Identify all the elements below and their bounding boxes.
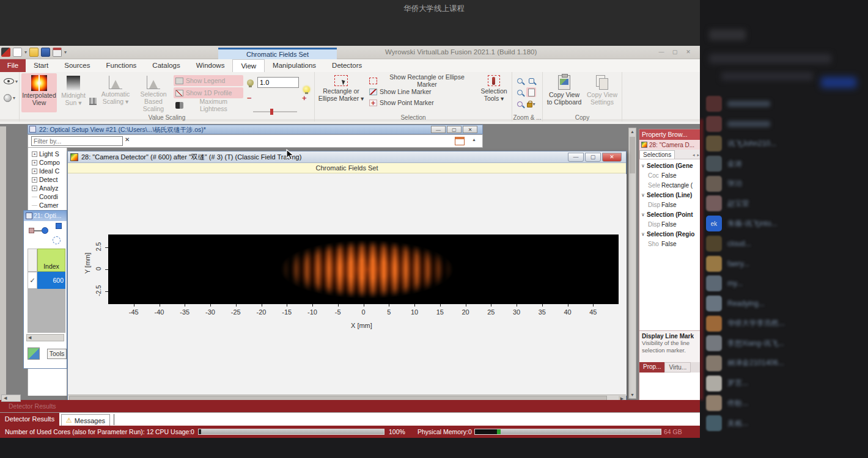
tree-item-compo[interactable]: +Compo [28, 158, 67, 167]
mini-chart-icon[interactable] [89, 98, 97, 105]
element-node-icon[interactable] [42, 227, 48, 234]
property-row[interactable]: SeleRectangle ( [639, 180, 701, 190]
open-file-icon[interactable] [29, 48, 39, 57]
participant-row[interactable]: 罗言... [706, 376, 864, 391]
expand-icon[interactable]: + [32, 177, 37, 183]
automatic-scaling-button[interactable]: Automatic Scaling ▾ [98, 73, 133, 112]
scroll-up-icon[interactable]: ▲ [472, 137, 476, 142]
collapse-icon[interactable]: ∨ [639, 163, 647, 169]
expand-icon[interactable]: + [32, 160, 37, 165]
window-manager-icon[interactable] [53, 48, 62, 57]
app-titlebar[interactable]: ▾ ▾ Wyrowski VirtualLab Fusion 2021.1 (B… [0, 46, 700, 59]
tools-button[interactable]: Tools [47, 349, 67, 359]
participant-row[interactable]: faery... [706, 256, 864, 272]
zoom-all-icon[interactable] [515, 99, 524, 109]
detector-results-panel-bar[interactable]: Detector Results [0, 400, 700, 412]
expand-icon[interactable]: + [32, 186, 37, 191]
tree-item-light-s[interactable]: +Light S [28, 150, 67, 158]
maximum-lightness-button[interactable]: Maximum Lightness [174, 100, 243, 111]
vscroll-thumb[interactable] [630, 137, 635, 173]
participant-row[interactable]: 李想Xiang-讯飞... [706, 335, 864, 351]
w22-minimize-button[interactable]: — [431, 126, 446, 133]
participant-row[interactable]: 佟盼... [706, 395, 864, 411]
mdi-vscrollbar[interactable]: ▲ ▼ [628, 128, 636, 399]
optical-setup-editor-window[interactable]: 21: Opti... Index ✓ 600 ◀ Tools [23, 210, 67, 369]
brightness-plus[interactable]: + [302, 95, 307, 101]
table-row[interactable]: ✓ 600 [28, 272, 65, 289]
zoom-region-icon[interactable] [526, 76, 536, 85]
show-1d-profile-button[interactable]: Show 1D Profile [174, 87, 243, 98]
qat-customize-icon[interactable]: ▾ [64, 49, 67, 55]
w21-hscrollbar[interactable]: ◀ [26, 334, 64, 341]
tab-windows[interactable]: Windows [188, 59, 233, 72]
tab-catalogs[interactable]: Catalogs [144, 59, 188, 72]
grayscale-sphere-button[interactable]: ▾ [4, 94, 15, 102]
tree-item-ideal-c[interactable]: +Ideal C [28, 167, 67, 175]
tab-virtual[interactable]: Virtu... [664, 362, 691, 373]
tab-prev-icon[interactable]: ◂ [691, 153, 696, 158]
detector-node-icon[interactable] [56, 223, 62, 229]
tree-item-coordi[interactable]: —Coordi [28, 192, 67, 201]
tab-selections[interactable]: Selections [639, 150, 675, 159]
participant-row[interactable]: my... [706, 275, 864, 291]
property-browser-title[interactable]: Property Brow... [639, 129, 701, 140]
selection-based-scaling-button[interactable]: Selection Based Scaling [134, 73, 172, 112]
dim-bulb-icon[interactable] [247, 79, 254, 86]
property-row[interactable]: DispFalse [639, 200, 701, 209]
close-button[interactable]: ✕ [682, 48, 694, 57]
participant-row[interactable]: 讯飞John210... [706, 136, 864, 151]
midnight-sun-button[interactable]: Midnight Sun ▾ [59, 73, 88, 112]
property-row[interactable]: DispFalse [639, 219, 701, 229]
collapse-icon[interactable]: ∨ [639, 192, 647, 198]
tree-item-detect[interactable]: +Detect [28, 175, 67, 184]
participant-row[interactable] [706, 116, 864, 132]
3d-view-icon[interactable] [28, 347, 40, 360]
copy-view-clipboard-button[interactable]: Copy View to Clipboard [546, 73, 582, 112]
source-node-icon[interactable] [29, 228, 34, 233]
detector-image[interactable] [108, 234, 619, 304]
tab-messages[interactable]: ⚠ Messages [61, 414, 110, 426]
bright-bulb-icon[interactable] [303, 86, 310, 93]
copy-view-settings-button[interactable]: Copy View Settings [584, 73, 620, 112]
w22-maximize-button[interactable]: ▢ [447, 126, 462, 133]
w28-maximize-button[interactable]: ▢ [585, 153, 601, 162]
zoom-out-icon[interactable] [515, 87, 524, 97]
tab-file[interactable]: File [0, 59, 26, 72]
expand-icon[interactable]: + [32, 169, 37, 174]
tab-view[interactable]: View [232, 59, 265, 72]
app-logo-icon[interactable] [1, 48, 10, 57]
interpolated-view-button[interactable]: Interpolated View [21, 73, 57, 112]
tab-manipulations[interactable]: Manipulations [265, 59, 324, 72]
tab-properties[interactable]: Prop... [639, 362, 664, 373]
participant-row[interactable]: 赵宝堂 [706, 195, 864, 211]
tab-detector-results[interactable]: Detector Results [0, 413, 59, 426]
hscroll-left-button[interactable]: ◀ [1, 394, 21, 402]
new-file-icon[interactable] [13, 48, 22, 57]
property-group-row[interactable]: ∨Selection (Gene [639, 161, 701, 170]
maximize-button[interactable]: ▢ [669, 48, 681, 57]
brightness-minus[interactable]: − [247, 95, 252, 101]
tree-item-camer[interactable]: —Camer [28, 201, 67, 209]
selection-tools-button[interactable]: Selection Tools ▾ [477, 73, 510, 112]
chevron-down-icon[interactable]: ▾ [24, 49, 27, 55]
participant-row[interactable]: Readying... [706, 296, 864, 311]
dashed-node-icon[interactable] [53, 236, 61, 244]
participant-row[interactable] [706, 96, 864, 112]
collapse-icon[interactable]: ∨ [639, 231, 647, 237]
expand-icon[interactable]: + [32, 151, 37, 157]
participant-row[interactable]: 金涛 [706, 156, 864, 172]
w22-close-button[interactable]: ✕ [463, 126, 477, 133]
zoom-lock-icon[interactable]: ▾ [526, 99, 536, 109]
check-icon[interactable]: ✓ [28, 272, 37, 289]
zoom-doc-icon[interactable] [526, 87, 536, 97]
search-box-blur[interactable] [709, 54, 831, 64]
brightness-input[interactable] [257, 77, 299, 88]
property-browser-item[interactable]: 28: "Camera D... [639, 140, 701, 150]
property-row[interactable]: CocFalse [639, 170, 701, 180]
participant-row[interactable]: ek朱薇-讯飞into... [706, 216, 864, 231]
collapse-icon[interactable]: ∨ [639, 212, 647, 217]
index-value-cell[interactable]: 600 [37, 272, 65, 289]
camera-detector-titlebar[interactable]: 28: "Camera Detector" (# 600) after "双缝"… [68, 151, 626, 163]
zoom-in-icon[interactable] [515, 76, 524, 85]
brightness-slider[interactable] [253, 111, 297, 112]
